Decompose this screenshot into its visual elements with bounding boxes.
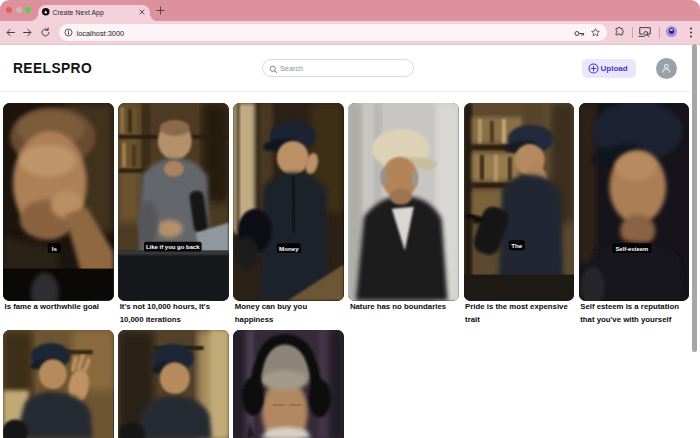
svg-text:Money: Money — [279, 245, 299, 252]
svg-text:The: The — [511, 242, 523, 249]
svg-text:Like if you go back: Like if you go back — [146, 244, 200, 250]
svg-text:Is: Is — [52, 245, 58, 252]
svg-text:Self-esteem: Self-esteem — [615, 246, 648, 252]
